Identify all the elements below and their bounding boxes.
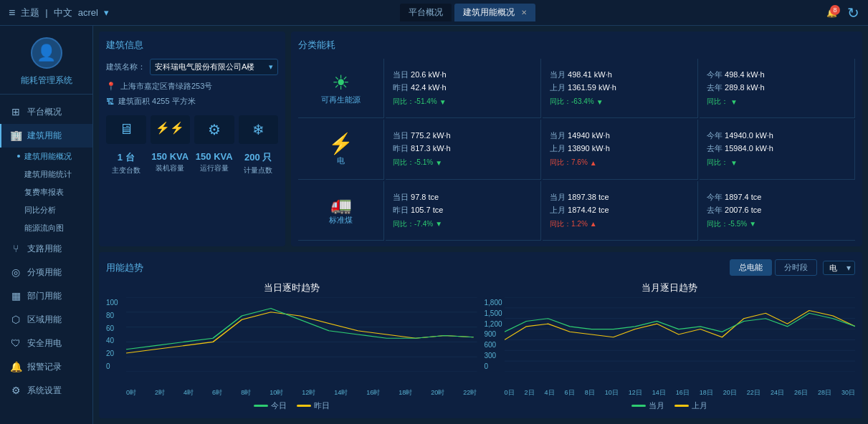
day-x-labels: 0时2时4时6时8时10时12时14时16时18时20时22时 [126,388,477,398]
arrow-down-icon5 [730,159,738,167]
sidebar-sub-building-stats[interactable]: 建筑用能统计 [19,165,92,183]
sidebar-item-branch[interactable]: ⑂ 支路用能 [0,237,92,261]
energy-type-coal: 🚛 标准煤 [298,181,384,241]
building-info-panel: 建筑信息 建筑名称： 安科瑞电气股份有限公司A楼 ▾ 📍 上海市嘉定区青绿路25… [99,32,285,246]
renewable-month-value: 498.41 kW·h [568,70,612,79]
coal-lyear-label: 去年 2007.6 tce [707,205,848,216]
platform-icon: ⊞ [10,106,22,117]
sidebar-menu: ⊞ 平台概况 🏢 建筑用能 建筑用能概况 建筑用能统计 复费率报表 同比分析 能… [0,95,92,424]
sidebar-item-settings[interactable]: ⚙ 系统设置 [0,379,92,403]
btn-total-energy[interactable]: 总电能 [730,259,772,276]
renewable-month-cell: 当月 498.41 kW·h 上月 1361.59 kW·h 同比：-63.4% [543,59,698,118]
legend-last-month: 上月 [674,400,707,411]
elec-lmonth-value: 13890 kW·h [568,144,610,153]
current-month-legend-dot [631,405,646,407]
legend-current-month: 当月 [631,400,664,411]
elec-month-value: 14940 kW·h [568,131,610,140]
sidebar-item-sub[interactable]: ◎ 分项用能 [0,261,92,284]
sidebar-item-label: 安全用电 [27,337,62,350]
elec-day-compare: 同比：-5.1% [393,158,533,168]
coal-icon: 🚛 [330,195,352,215]
stat-label-running: 运行容量 [194,163,234,173]
building-name-value: 安科瑞电气股份有限公司A楼 [155,62,254,72]
close-tab-icon[interactable]: ✕ [521,9,527,16]
arrow-up-icon [590,159,597,167]
renewable-lastyear-label: 去年 289.8 kW·h [707,82,847,93]
renewable-year-cell: 今年 498.4 kW·h 去年 289.8 kW·h 同比： [700,59,855,118]
electricity-year-cell: 今年 14940.0 kW·h 去年 15984.0 kW·h 同比： [700,120,855,179]
arrow-down-icon7 [749,220,756,228]
month-chart-legend: 当月 上月 [485,400,856,411]
sidebar-item-zone[interactable]: ⬡ 区域用能 [0,308,92,332]
dropdown-icon: ▾ [269,62,273,72]
sidebar-item-alarm[interactable]: 🔔 报警记录 [0,355,92,379]
renewable-day-label: 当日 20.6 kW·h [393,69,533,80]
system-title: 能耗管理系统 [21,74,72,87]
category-energy-title: 分类能耗 [298,39,855,52]
stat-value-running: 150 KVA [194,151,234,162]
lang-label[interactable]: 中文 [54,6,72,19]
sidebar-sub-composite[interactable]: 复费率报表 [19,183,92,201]
month-chart-container: 1,8001,5001,2009006003000 [485,297,856,386]
stat-installed-cap: 150 KVA 装机容量 [151,151,191,175]
topbar-right: 🔔 8 ↻ [826,4,859,21]
sidebar-item-building[interactable]: 🏢 建筑用能 [0,124,92,148]
sidebar-item-label: 区域用能 [27,314,62,326]
sidebar-sub-energy-flow[interactable]: 能源流向图 [19,219,92,237]
coal-day-compare: 同比：-7.4% [393,219,533,229]
sidebar-item-label: 系统设置 [27,385,62,397]
topbar-left: ≡ 主题 | 中文 acrel ▾ [9,6,109,19]
renewable-icon: ☀ [332,71,350,95]
month-chart-title: 当月逐日趋势 [485,281,856,294]
theme-label: 主题 [21,6,39,19]
coal-day-label: 当日 97.8 tce [393,192,533,203]
sidebar-item-safety[interactable]: 🛡 安全用电 [0,332,92,355]
building-name-select[interactable]: 安科瑞电气股份有限公司A楼 ▾ [150,59,278,75]
trend-type-select[interactable]: 电 水 气 热 [823,261,855,275]
legend-today: 今日 [254,400,287,411]
elec-year-compare: 同比： [707,158,847,168]
energy-type-renewable: ☀ 可再生能源 [298,59,384,118]
renewable-yest-value: 42.4 kW·h [411,83,447,92]
electricity-label: 电 [337,155,345,166]
elec-yest-label: 昨日 817.3 kW·h [393,143,533,154]
topbar: ≡ 主题 | 中文 acrel ▾ 平台概况 建筑用能概况 ✕ 🔔 8 ↻ [0,0,868,26]
stat-meters: 200 只 计量点数 [239,151,279,175]
trend-header: 用能趋势 总电能 分时段 电 水 气 热 [106,259,855,276]
sidebar-item-platform[interactable]: ⊞ 平台概况 [0,100,92,124]
sidebar-item-dept[interactable]: ▦ 部门用能 [0,284,92,308]
last-month-legend-dot [674,405,689,407]
day-chart-container: 100806040200 [106,297,477,386]
renewable-day-value: 20.6 kW·h [411,70,447,79]
settings-icon: ⚙ [10,385,22,396]
stat-value-transformers: 1 台 [106,151,146,164]
energy-grid: ☀ 可再生能源 当日 20.6 kW·h 昨日 42.4 kW·h 同比：-51… [298,59,855,241]
sidebar-sub-tongbi[interactable]: 同比分析 [19,201,92,219]
distribution-icon: ⚙ [208,121,221,138]
coal-month-compare: 同比：1.2% [550,219,690,229]
electricity-month-cell: 当月 14940 kW·h 上月 13890 kW·h 同比：7.6% [543,120,698,179]
tab-platform[interactable]: 平台概况 [400,4,452,21]
elec-day-label: 当日 775.2 kW·h [393,130,533,141]
btn-period-energy[interactable]: 分时段 [775,259,817,276]
yesterday-legend-dot [297,405,311,407]
elec-lyear-value: 15984.0 kW·h [725,144,773,153]
menu-icon[interactable]: ≡ [9,6,15,19]
renewable-year-label: 今年 498.4 kW·h [707,69,847,80]
elec-year-label: 今年 14940.0 kW·h [707,130,847,141]
tab-building[interactable]: 建筑用能概况 ✕ [454,4,535,21]
sidebar-sub-building-overview[interactable]: 建筑用能概况 [19,148,92,165]
stat-label-meters: 计量点数 [239,165,279,175]
elec-month-compare: 同比：7.6% [550,158,690,168]
alarm-icon: 🔔 [10,361,22,372]
refresh-icon[interactable]: ↻ [847,4,859,21]
day-y-labels: 100806040200 [106,297,118,372]
month-chart-wrap: 当月逐日趋势 1,8001,5001,2009006003000 [485,281,856,411]
sidebar-item-label: 平台概况 [27,106,62,118]
sidebar-item-label: 报警记录 [27,361,62,373]
trend-title: 用能趋势 [106,261,143,274]
elec-lmonth-label: 上月 13890 kW·h [550,143,690,154]
charts-row: 当日逐时趋势 100806040200 [106,281,855,411]
user-label: acrel [78,7,98,18]
notification-bell[interactable]: 🔔 8 [826,8,837,18]
